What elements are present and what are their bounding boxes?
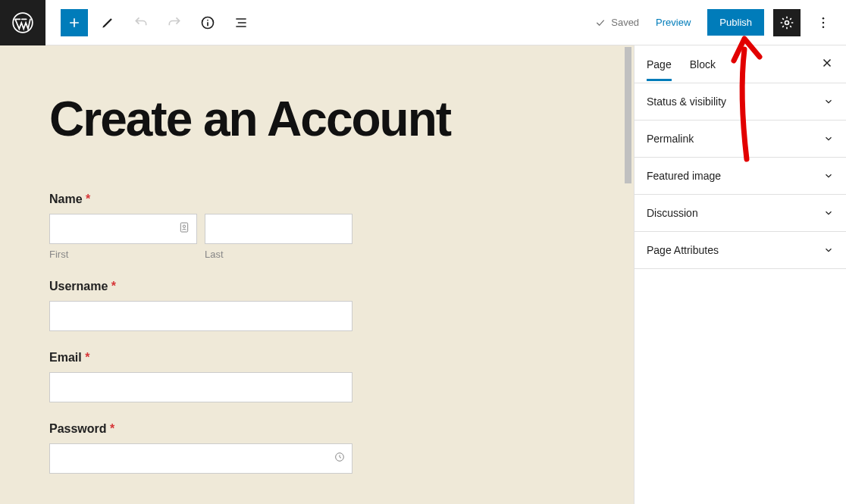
panel-status-visibility[interactable]: Status & visibility <box>634 83 846 121</box>
email-label: Email * <box>49 351 584 365</box>
tab-block[interactable]: Block <box>690 48 716 81</box>
chevron-down-icon <box>823 245 834 255</box>
settings-sidebar: Page Block Status & visibility Permalink… <box>634 45 846 504</box>
email-label-text: Email <box>49 351 82 364</box>
last-sublabel: Last <box>205 249 352 260</box>
redo-button[interactable] <box>161 9 188 36</box>
chevron-down-icon <box>823 96 834 107</box>
form-row-password: Password * <box>49 422 584 474</box>
password-label: Password * <box>49 422 584 436</box>
editor-main: Create an Account Name * First Last <box>0 45 846 504</box>
panel-label: Status & visibility <box>647 95 726 108</box>
form-row-name: Name * First Last <box>49 193 584 260</box>
username-label-text: Username <box>49 280 108 293</box>
contact-icon <box>178 221 190 236</box>
panel-label: Page Attributes <box>647 244 719 256</box>
toolbar-left <box>45 9 255 36</box>
username-label: Username * <box>49 280 584 293</box>
required-marker: * <box>110 422 114 435</box>
undo-icon <box>133 15 149 30</box>
first-name-input[interactable] <box>49 214 197 244</box>
canvas-scrollbar[interactable] <box>623 45 634 321</box>
editor-top-bar: Saved Preview Publish <box>0 0 846 45</box>
add-block-button[interactable] <box>61 9 88 36</box>
sidebar-tabs: Page Block <box>634 45 846 83</box>
toolbar-right: Saved Preview Publish <box>594 9 846 36</box>
panel-page-attributes[interactable]: Page Attributes <box>634 232 846 269</box>
tab-page[interactable]: Page <box>647 48 672 81</box>
outline-button[interactable] <box>227 9 255 36</box>
form-row-email: Email * <box>49 351 584 402</box>
wordpress-icon <box>12 12 33 33</box>
username-input[interactable] <box>49 301 352 331</box>
required-marker: * <box>85 351 89 364</box>
close-icon <box>820 56 834 70</box>
panel-discussion[interactable]: Discussion <box>634 195 846 232</box>
gear-icon <box>779 15 794 30</box>
saved-indicator: Saved <box>594 17 639 29</box>
redo-icon <box>167 15 182 30</box>
svg-point-2 <box>207 19 208 20</box>
svg-point-5 <box>822 21 825 23</box>
panel-label: Permalink <box>647 133 694 145</box>
edit-mode-button[interactable] <box>94 9 121 36</box>
pencil-icon <box>100 15 115 30</box>
first-sublabel: First <box>49 249 197 260</box>
settings-button[interactable] <box>773 9 801 36</box>
scrollbar-thumb[interactable] <box>625 47 631 183</box>
chevron-down-icon <box>823 133 834 144</box>
email-input[interactable] <box>49 372 352 402</box>
undo-button[interactable] <box>127 9 155 36</box>
svg-point-3 <box>785 20 789 24</box>
info-icon <box>200 15 215 30</box>
form-row-username: Username * <box>49 280 584 331</box>
info-button[interactable] <box>194 9 221 36</box>
panel-label: Featured image <box>647 170 721 182</box>
more-options-button[interactable] <box>810 9 837 36</box>
plus-icon <box>67 15 82 30</box>
list-icon <box>233 15 249 30</box>
page-title[interactable]: Create an Account <box>49 91 584 147</box>
required-marker: * <box>111 280 116 293</box>
svg-point-4 <box>822 17 825 19</box>
preview-button[interactable]: Preview <box>648 12 698 33</box>
svg-point-8 <box>183 225 185 227</box>
saved-label: Saved <box>611 17 639 28</box>
kebab-icon <box>816 15 831 30</box>
panel-label: Discussion <box>647 207 698 219</box>
chevron-down-icon <box>823 208 834 218</box>
panel-permalink[interactable]: Permalink <box>634 121 846 158</box>
name-label-text: Name <box>49 193 83 205</box>
svg-point-6 <box>822 26 825 28</box>
editor-canvas[interactable]: Create an Account Name * First Last <box>0 45 634 504</box>
password-input[interactable] <box>49 443 352 474</box>
name-label: Name * <box>49 193 584 206</box>
required-marker: * <box>86 193 90 205</box>
wordpress-logo[interactable] <box>0 0 45 45</box>
check-icon <box>594 17 606 29</box>
panel-featured-image[interactable]: Featured image <box>634 158 846 195</box>
close-sidebar-button[interactable] <box>820 55 834 74</box>
lock-icon <box>334 451 346 466</box>
publish-button[interactable]: Publish <box>707 9 764 36</box>
last-name-input[interactable] <box>205 214 352 244</box>
chevron-down-icon <box>823 171 834 181</box>
password-label-text: Password <box>49 422 107 435</box>
